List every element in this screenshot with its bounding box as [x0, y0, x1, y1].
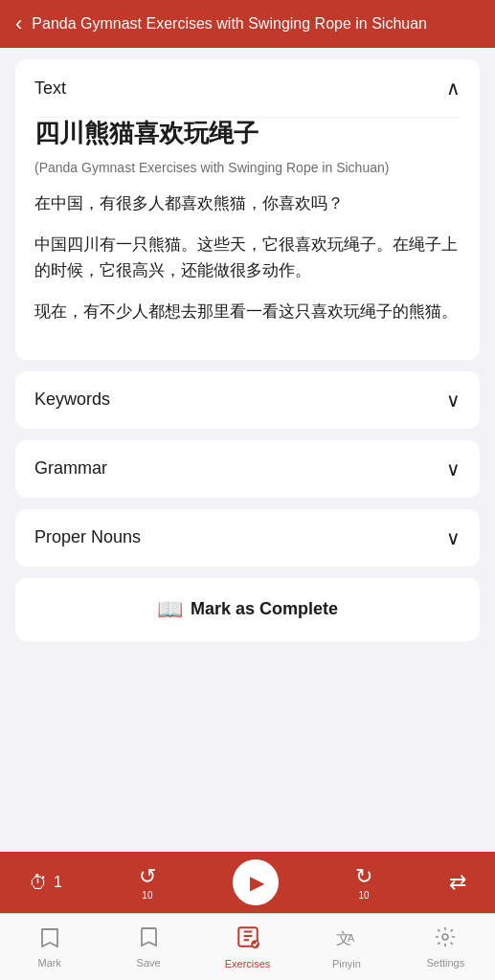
app-header: ‹ Panda Gymnast Exercises with Swinging … [0, 0, 495, 48]
back-button[interactable]: ‹ [15, 13, 22, 34]
pinyin-tab-icon: 文 A [334, 924, 359, 955]
rewind-label: 10 [142, 890, 152, 901]
player-repeat-button[interactable]: ⇄ [449, 870, 466, 895]
forward-icon: ↻ [355, 864, 372, 889]
play-icon: ▶ [250, 871, 264, 894]
exercises-tab-label: Exercises [225, 958, 271, 969]
save-tab-label: Save [137, 957, 161, 969]
mark-complete-card[interactable]: 📖 Mark as Complete [15, 578, 480, 641]
keywords-chevron-icon: ∨ [446, 389, 461, 412]
paragraph-1: 在中国，有很多人都喜欢熊猫，你喜欢吗？ [34, 190, 461, 216]
player-bar: ⏱ 1 ↺ 10 ▶ ↻ 10 ⇄ [0, 852, 495, 913]
proper-nouns-chevron-icon: ∨ [446, 526, 461, 549]
text-section-label: Text [34, 78, 66, 99]
text-section-card: Text ∧ 四川熊猫喜欢玩绳子 (Panda Gymnast Exercise… [15, 59, 480, 360]
settings-tab-icon [434, 925, 457, 954]
grammar-section-label: Grammar [34, 458, 107, 479]
player-rewind-button[interactable]: ↺ 10 [139, 864, 156, 901]
save-tab-icon [137, 925, 160, 954]
grammar-section-header[interactable]: Grammar ∨ [15, 440, 480, 498]
grammar-section-card: Grammar ∨ [15, 440, 480, 498]
rewind-icon: ↺ [139, 864, 156, 889]
mark-tab-label: Mark [37, 957, 60, 969]
mark-complete-label: Mark as Complete [191, 599, 338, 619]
player-speed-value: 1 [54, 874, 62, 891]
player-play-button[interactable]: ▶ [233, 859, 279, 905]
tab-bar: Mark Save Exercises 文 A Pinyin [0, 913, 495, 980]
text-section-header[interactable]: Text ∧ [15, 59, 480, 117]
header-title: Panda Gymnast Exercises with Swinging Ro… [32, 15, 480, 33]
keywords-section-card: Keywords ∨ [15, 371, 480, 429]
keywords-section-header[interactable]: Keywords ∨ [15, 371, 480, 429]
keywords-section-label: Keywords [34, 390, 110, 410]
svg-point-4 [442, 934, 448, 940]
main-content: Text ∧ 四川熊猫喜欢玩绳子 (Panda Gymnast Exercise… [0, 48, 495, 806]
mark-tab-icon [38, 925, 61, 954]
paragraph-3: 现在，有不少人都想去那里看一看这只喜欢玩绳子的熊猫。 [34, 299, 461, 324]
player-forward-button[interactable]: ↻ 10 [355, 864, 372, 901]
tab-mark[interactable]: Mark [0, 918, 99, 969]
english-subtitle: (Panda Gymnast Exercises with Swinging R… [34, 160, 461, 175]
tab-exercises[interactable]: Exercises [198, 917, 297, 969]
tab-pinyin[interactable]: 文 A Pinyin [297, 917, 395, 969]
grammar-chevron-icon: ∨ [446, 457, 461, 480]
svg-text:A: A [348, 932, 355, 944]
tab-save[interactable]: Save [99, 918, 197, 969]
mark-complete-icon: 📖 [157, 597, 183, 622]
proper-nouns-section-card: Proper Nouns ∨ [15, 509, 480, 567]
chinese-title: 四川熊猫喜欢玩绳子 [34, 118, 461, 150]
pinyin-tab-label: Pinyin [332, 958, 361, 969]
player-speed-control[interactable]: ⏱ 1 [29, 872, 62, 894]
forward-label: 10 [358, 890, 369, 901]
paragraph-2: 中国四川有一只熊猫。这些天，它很喜欢玩绳子。在绳子上的时候，它很高兴，还能做很多… [34, 232, 461, 283]
exercises-tab-icon [236, 924, 260, 955]
text-chevron-icon: ∧ [446, 77, 461, 100]
text-section-body: 四川熊猫喜欢玩绳子 (Panda Gymnast Exercises with … [15, 118, 480, 360]
settings-tab-label: Settings [426, 957, 464, 969]
speed-clock-icon: ⏱ [29, 872, 48, 894]
tab-settings[interactable]: Settings [396, 918, 495, 969]
proper-nouns-section-label: Proper Nouns [34, 527, 141, 547]
proper-nouns-section-header[interactable]: Proper Nouns ∨ [15, 509, 480, 567]
repeat-icon: ⇄ [449, 870, 466, 894]
